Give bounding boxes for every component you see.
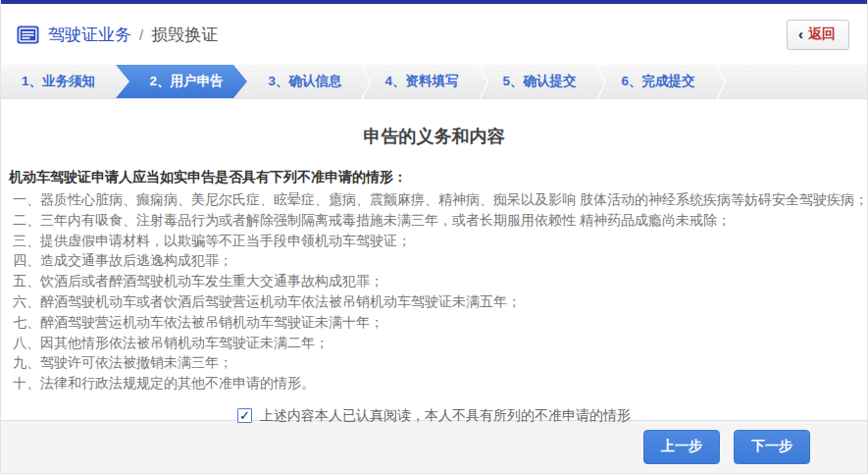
next-step-button[interactable]: 下一步 (734, 430, 810, 464)
confirm-checkbox[interactable]: ✓ (237, 408, 252, 423)
page-title: 申告的义务和内容 (1, 99, 867, 148)
step-wizard: 1、业务须知 2、用户申告 3、确认信息 4、资料填写 5、确认提交 6、完成提… (1, 65, 867, 99)
list-item: 三、提供虚假申请材料，以欺骗等不正当手段申领机动车驾驶证； (13, 231, 867, 251)
list-item: 九、驾驶许可依法被撤销未满三年； (13, 352, 867, 373)
list-form-icon (17, 26, 39, 44)
breadcrumb-current: 损毁换证 (151, 24, 218, 46)
list-item: 一、器质性心脏病、癫痫病、美尼尔氏症、眩晕症、癔病、震颤麻痹、精神病、痴呆以及影… (13, 189, 867, 210)
list-item: 四、造成交通事故后逃逸构成犯罪； (13, 250, 867, 271)
step-bar-filler (718, 65, 867, 98)
step-5-confirm-submit: 5、确认提交 (481, 65, 598, 98)
breadcrumb-separator: / (139, 26, 143, 43)
step-1-business-notice: 1、业务须知 (1, 65, 116, 98)
list-item: 十、法律和行政法规规定的其他不准申请的情形。 (13, 373, 867, 394)
page: 驾驶证业务 / 损毁换证 ‹ 返回 1、业务须知 2、用户申告 3、确认信息 4… (0, 0, 868, 474)
list-item: 二、三年内有吸食、注射毒品行为或者解除强制隔离戒毒措施未满三年，或者长期服用依赖… (13, 210, 867, 231)
step-2-user-declaration-active: 2、用户申告 (116, 65, 247, 98)
breadcrumb-root-link[interactable]: 驾驶证业务 (48, 24, 131, 46)
declaration-list: 一、器质性心脏病、癫痫病、美尼尔氏症、眩晕症、癔病、震颤麻痹、精神病、痴呆以及影… (13, 189, 867, 394)
footer-actions: 上一步 下一步 (1, 420, 867, 473)
step-4-fill-materials: 4、资料填写 (363, 65, 481, 98)
declaration-content: 申告的义务和内容 机动车驾驶证申请人应当如实申告是否具有下列不准申请的情形： 一… (1, 99, 867, 420)
list-item: 七、醉酒驾驶营运机动车依法被吊销机动车驾驶证未满十年； (13, 312, 867, 333)
back-button-label: 返回 (808, 26, 836, 43)
list-item: 八、因其他情形依法被吊销机动车驾驶证未满二年； (13, 333, 867, 353)
confirm-checkbox-label: 上述内容本人已认真阅读，本人不具有所列的不准申请的情形 (260, 407, 631, 425)
chevron-left-icon: ‹ (798, 26, 803, 41)
step-3-confirm-info: 3、确认信息 (247, 65, 363, 98)
header: 驾驶证业务 / 损毁换证 ‹ 返回 (1, 4, 867, 65)
list-item: 五、饮酒后或者醉酒驾驶机动车发生重大交通事故构成犯罪； (13, 271, 867, 291)
previous-step-button[interactable]: 上一步 (643, 430, 720, 464)
declaration-intro: 机动车驾驶证申请人应当如实申告是否具有下列不准申请的情形： (9, 169, 867, 186)
list-item: 六、醉酒驾驶机动车或者饮酒后驾驶营运机动车依法被吊销机动车驾驶证未满五年； (13, 291, 867, 312)
back-button[interactable]: ‹ 返回 (787, 20, 849, 50)
step-6-complete-submit: 6、完成提交 (598, 65, 718, 98)
